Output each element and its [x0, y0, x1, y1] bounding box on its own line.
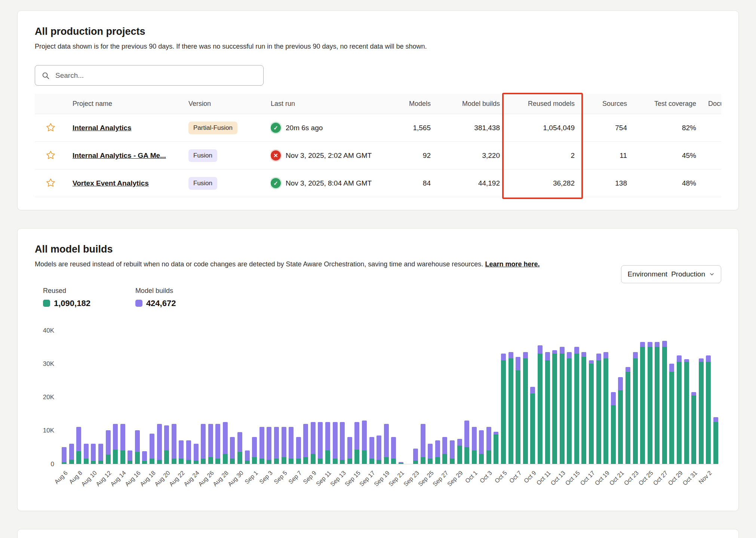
stacked-bar: [699, 358, 704, 464]
run-success-icon: ✓: [271, 178, 281, 188]
stacked-bar: [603, 352, 608, 464]
stacked-bar: [252, 437, 257, 464]
column-last-run: Last run: [265, 94, 388, 114]
stacked-bar: [215, 424, 220, 464]
table-row[interactable]: Internal Analytics Partial-Fusion ✓20m 6…: [35, 114, 721, 142]
stacked-bar: [106, 430, 111, 464]
stacked-bar: [282, 427, 286, 464]
test-coverage-value: 82%: [633, 114, 702, 142]
column-model-builds: Model builds: [437, 94, 506, 114]
legend-item-model-builds: Model builds 424,672: [135, 287, 176, 308]
stacked-bar: [442, 437, 447, 464]
stacked-bar: [530, 387, 535, 464]
stacked-bar: [611, 392, 616, 464]
sources-count: 138: [581, 169, 633, 197]
stacked-bar: [677, 355, 682, 464]
stacked-bar: [84, 444, 89, 464]
stacked-bar: [267, 427, 271, 464]
reused-models-count: 36,282: [506, 169, 581, 197]
environment-label: Environment: [627, 270, 667, 278]
stacked-bar: [391, 437, 396, 464]
stacked-bar: [472, 427, 477, 464]
y-tick-label: 10K: [35, 427, 54, 434]
table-header-row: Project name Version Last run Models Mod…: [35, 94, 721, 114]
stacked-bar: [508, 352, 513, 464]
column-sources: Sources: [581, 94, 633, 114]
stacked-bar: [91, 444, 96, 464]
stacked-bar: [135, 430, 140, 464]
search-input[interactable]: [55, 71, 257, 80]
stacked-bar: [186, 440, 191, 464]
stacked-bar: [633, 352, 638, 464]
reused-models-count: 2: [506, 142, 581, 169]
stacked-bar: [538, 345, 543, 464]
stacked-bar: [450, 440, 455, 464]
favorite-star-icon[interactable]: [44, 149, 57, 163]
column-reused-models: Reused models: [506, 94, 581, 114]
stacked-bar: [259, 427, 264, 464]
documentation-cell: [702, 142, 721, 169]
projects-table: Project name Version Last run Models Mod…: [35, 94, 721, 197]
stacked-bar: [303, 424, 308, 464]
stacked-bar: [142, 451, 147, 464]
documentation-cell: [702, 114, 721, 142]
stacked-bar: [640, 342, 645, 464]
models-count: 1,565: [388, 114, 437, 142]
model-builds-swatch: [135, 300, 142, 307]
reused-swatch: [43, 300, 50, 307]
stacked-bar: [626, 367, 630, 464]
stacked-bar: [494, 432, 498, 464]
table-row[interactable]: Internal Analytics - GA Me... Fusion ✕No…: [35, 142, 721, 169]
table-row[interactable]: Vortex Event Analytics Fusion ✓Nov 3, 20…: [35, 169, 721, 197]
stacked-bar: [516, 357, 520, 464]
learn-more-link[interactable]: Learn more here.: [485, 260, 540, 268]
version-badge: Fusion: [188, 177, 217, 190]
sources-count: 754: [581, 114, 633, 142]
sources-count: 11: [581, 142, 633, 169]
projects-card-subtitle: Project data shown is for the previous 9…: [35, 42, 721, 51]
stacked-bar: [179, 440, 184, 464]
column-favorite: [35, 94, 67, 114]
stacked-bar: [574, 347, 579, 464]
project-name-link[interactable]: Internal Analytics: [73, 124, 132, 132]
stacked-bar: [545, 352, 550, 464]
stacked-bar: [362, 421, 367, 464]
stacked-bar: [713, 417, 718, 464]
stacked-bar: [150, 434, 154, 464]
last-run-text: Nov 3, 2025, 8:04 AM GMT: [286, 179, 372, 187]
model-builds-total: 424,672: [146, 299, 176, 308]
project-name-link[interactable]: Internal Analytics - GA Me...: [73, 152, 166, 159]
run-success-icon: ✓: [271, 123, 281, 133]
stacked-bar: [208, 424, 213, 464]
stacked-bar: [457, 439, 462, 464]
test-coverage-value: 48%: [633, 169, 702, 197]
chevron-down-icon: [709, 271, 715, 277]
stacked-bar: [296, 437, 301, 464]
stacked-bar: [669, 364, 674, 464]
stacked-bar: [62, 447, 67, 464]
y-tick-label: 30K: [35, 360, 54, 368]
favorite-star-icon[interactable]: [44, 176, 57, 190]
project-search[interactable]: [35, 65, 264, 86]
stacked-bar: [421, 424, 425, 464]
next-card-partial: [17, 529, 739, 538]
stacked-bar: [354, 422, 359, 464]
stacked-bar: [648, 342, 652, 464]
project-name-link[interactable]: Vortex Event Analytics: [73, 179, 149, 187]
stacked-bar: [201, 424, 206, 464]
stacked-bar: [318, 422, 323, 464]
favorite-star-icon[interactable]: [44, 121, 57, 135]
version-badge: Partial-Fusion: [188, 122, 237, 134]
search-icon: [42, 71, 50, 80]
builds-card-subtitle: Models are reused instead of rebuilt whe…: [35, 260, 721, 269]
stacked-bar: [194, 444, 199, 464]
models-count: 84: [388, 169, 437, 197]
stacked-bar: [157, 424, 162, 464]
stacked-bar: [428, 444, 433, 464]
stacked-bar: [172, 424, 176, 464]
environment-dropdown[interactable]: Environment Production: [621, 265, 721, 283]
stacked-bar: [589, 360, 594, 464]
test-coverage-value: 45%: [633, 142, 702, 169]
y-tick-label: 40K: [35, 327, 54, 334]
stacked-bar-chart: 010K20K30K40K Aug 6Aug 8Aug 10Aug 12Aug …: [35, 331, 721, 497]
